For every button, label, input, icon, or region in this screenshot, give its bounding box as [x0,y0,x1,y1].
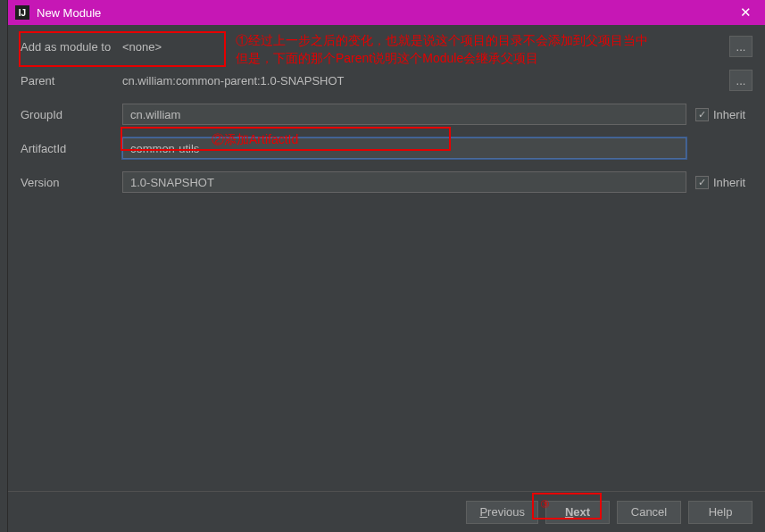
add-as-module-label: Add as module to [21,40,122,54]
artifactid-input[interactable] [122,137,686,159]
browse-parent-button[interactable]: ... [729,70,753,91]
groupid-inherit-checkbox[interactable]: ✓ [695,108,709,121]
parent-window-edge [0,0,7,532]
parent-row: Parent cn.william:common-parent:1.0-SNAP… [21,70,753,91]
parent-label: Parent [21,74,122,87]
content-area: Add as module to <none> ... Parent cn.wi… [8,25,765,193]
titlebar: IJ New Module ✕ [8,0,765,25]
parent-value: cn.william:common-parent:1.0-SNAPSHOT [122,74,724,87]
groupid-row: GroupId ✓ Inherit [21,104,753,125]
help-button[interactable]: Help [688,501,753,524]
version-inherit[interactable]: ✓ Inherit [695,176,753,189]
version-label: Version [21,176,122,189]
artifactid-row: ArtifactId [21,137,753,159]
groupid-inherit[interactable]: ✓ Inherit [695,108,753,121]
groupid-input[interactable] [122,104,686,125]
next-button[interactable]: Next [545,501,610,524]
cancel-button[interactable]: Cancel [617,501,681,524]
add-as-module-row: Add as module to <none> ... [21,36,753,57]
browse-module-button[interactable]: ... [729,36,753,57]
dialog-footer: Previous Next Cancel Help [8,491,765,532]
version-row: Version ✓ Inherit [21,171,753,193]
next-label-rest: ext [573,505,590,519]
version-inherit-checkbox[interactable]: ✓ [695,176,709,189]
previous-button[interactable]: Previous [466,501,538,524]
dialog-title: New Module [37,6,733,20]
version-inherit-label: Inherit [713,176,745,189]
app-icon: IJ [15,5,29,20]
groupid-label: GroupId [21,108,122,121]
add-as-module-value: <none> [122,40,724,54]
new-module-dialog: IJ New Module ✕ Add as module to <none> … [7,0,765,532]
previous-label-rest: revious [487,505,525,519]
groupid-inherit-label: Inherit [713,108,745,121]
close-button[interactable]: ✕ [733,0,758,25]
artifactid-label: ArtifactId [21,142,122,155]
version-input[interactable] [122,171,686,193]
